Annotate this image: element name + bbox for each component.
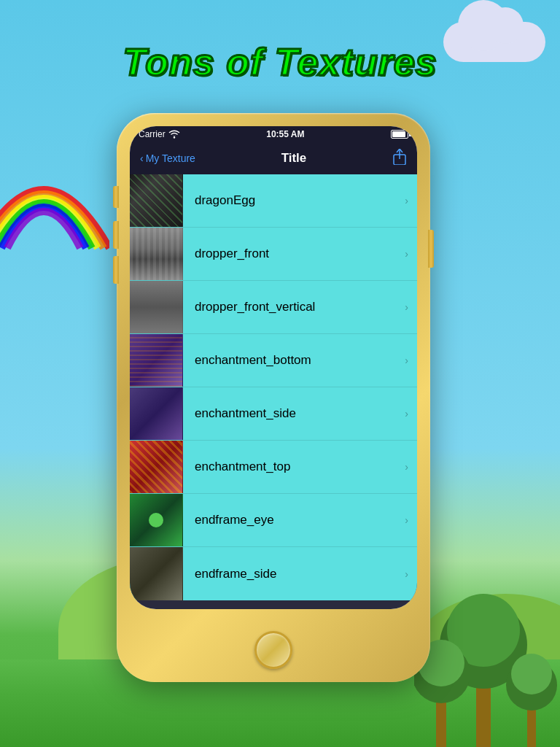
list-item[interactable]: dropper_front › (130, 228, 417, 281)
phone-frame: Carrier 10:55 AM ‹ My Texture (117, 113, 430, 682)
list-item[interactable]: enchantment_top › (130, 441, 417, 494)
wifi-icon (168, 130, 180, 139)
nav-title: Title (281, 151, 307, 166)
item-thumbnail (130, 387, 183, 440)
carrier-label: Carrier (139, 129, 166, 139)
item-name: endframe_eye (183, 494, 405, 546)
list-item[interactable]: enchantment_side › (130, 387, 417, 441)
list-item[interactable]: enchantment_bottom › (130, 334, 417, 387)
list-item[interactable]: dragonEgg › (130, 174, 417, 228)
home-button[interactable] (254, 631, 292, 669)
list-item[interactable]: endframe_eye › (130, 494, 417, 547)
rainbow-decoration (0, 117, 109, 263)
chevron-right-icon: › (405, 547, 417, 600)
chevron-right-icon: › (405, 494, 417, 546)
svg-point-12 (511, 654, 552, 694)
status-left: Carrier (139, 129, 180, 139)
status-bar: Carrier 10:55 AM (130, 126, 417, 142)
item-thumbnail (130, 174, 183, 227)
chevron-right-icon: › (405, 387, 417, 440)
item-thumbnail (130, 441, 183, 493)
svg-point-13 (173, 136, 174, 138)
item-name: endframe_side (183, 547, 405, 600)
texture-list: dragonEgg › dropper_front › dropper_fron… (130, 174, 417, 609)
item-thumbnail (130, 494, 183, 546)
share-button[interactable] (392, 149, 407, 169)
back-chevron-icon: ‹ (140, 152, 144, 164)
item-thumbnail (130, 547, 183, 600)
chevron-right-icon: › (405, 334, 417, 387)
back-button[interactable]: ‹ My Texture (140, 152, 195, 164)
list-item[interactable]: endframe_side › (130, 547, 417, 600)
navigation-bar: ‹ My Texture Title (130, 142, 417, 174)
status-right (391, 130, 408, 139)
volume-down-button[interactable] (113, 256, 119, 284)
chevron-right-icon: › (405, 174, 417, 227)
tree-group (414, 528, 560, 747)
item-name: enchantment_side (183, 387, 405, 440)
chevron-right-icon: › (405, 441, 417, 493)
svg-rect-7 (436, 696, 446, 747)
mute-button[interactable] (113, 186, 119, 208)
item-name: enchantment_top (183, 441, 405, 493)
item-thumbnail (130, 228, 183, 280)
power-button[interactable] (428, 230, 434, 268)
item-name: dropper_front (183, 228, 405, 280)
item-name: dropper_front_vertical (183, 281, 405, 333)
item-thumbnail (130, 281, 183, 333)
status-time: 10:55 AM (266, 129, 304, 139)
list-item[interactable]: dropper_front_vertical › (130, 281, 417, 334)
share-icon (392, 149, 407, 165)
phone-screen: Carrier 10:55 AM ‹ My Texture (130, 126, 417, 609)
back-label: My Texture (146, 152, 195, 164)
item-name: enchantment_bottom (183, 334, 405, 387)
chevron-right-icon: › (405, 281, 417, 333)
battery-fill (392, 131, 405, 137)
volume-up-button[interactable] (113, 221, 119, 249)
chevron-right-icon: › (405, 228, 417, 280)
battery-icon (391, 130, 408, 139)
item-name: dragonEgg (183, 174, 405, 227)
item-thumbnail (130, 334, 183, 387)
page-title: Tons of Textures (0, 40, 560, 84)
